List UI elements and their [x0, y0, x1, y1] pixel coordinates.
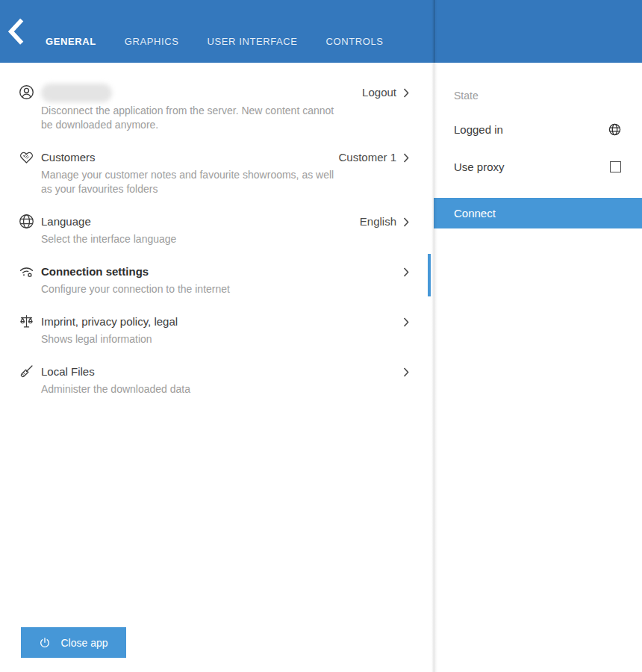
- wifi-settings-icon: [19, 264, 34, 279]
- broom-icon: [19, 364, 34, 379]
- row-subtitle: Administer the downloaded data: [41, 382, 340, 396]
- redacted-username: [41, 84, 112, 102]
- tab-user-interface[interactable]: USER INTERFACE: [193, 36, 311, 63]
- row-value: English: [360, 215, 396, 228]
- legal-scales-icon: [19, 314, 34, 329]
- chevron-right-icon: [403, 153, 409, 163]
- row-subtitle: Shows legal information: [41, 332, 340, 346]
- account-icon: [19, 84, 34, 100]
- settings-header: GENERAL GRAPHICS USER INTERFACE CONTROLS: [0, 0, 642, 63]
- chevron-left-icon: [7, 17, 25, 46]
- row-title: Local Files: [41, 363, 403, 381]
- settings-row-customers[interactable]: Customers Manage your customer notes and…: [19, 149, 409, 196]
- power-icon: [39, 637, 51, 649]
- use-proxy-checkbox[interactable]: [610, 161, 621, 172]
- row-subtitle: Configure your connection to the interne…: [41, 282, 340, 296]
- state-row-label: Logged in: [454, 123, 503, 136]
- panel-divider-header-line: [434, 0, 434, 63]
- connect-button[interactable]: Connect: [434, 198, 642, 228]
- row-title: Connection settings: [41, 263, 403, 281]
- tab-general[interactable]: GENERAL: [31, 36, 110, 63]
- connection-detail-panel: State Logged in Use proxy Connect: [434, 63, 642, 672]
- chevron-right-icon: [403, 267, 409, 277]
- back-button[interactable]: [7, 22, 25, 40]
- chevron-right-icon: [403, 217, 409, 227]
- state-row-use-proxy[interactable]: Use proxy: [454, 161, 621, 173]
- row-subtitle: Manage your customer notes and favourite…: [41, 168, 338, 196]
- chevron-right-icon: [403, 367, 409, 377]
- settings-body: Disconnect the application from the serv…: [0, 63, 642, 672]
- settings-row-language[interactable]: Language Select the interface language E…: [19, 213, 409, 246]
- connect-button-label: Connect: [454, 207, 496, 220]
- state-section-label: State: [454, 90, 621, 102]
- tab-bar: GENERAL GRAPHICS USER INTERFACE CONTROLS: [31, 36, 398, 63]
- customers-icon: [19, 149, 34, 165]
- chevron-right-icon: [403, 88, 409, 98]
- row-title: Language: [41, 213, 360, 231]
- settings-row-local-files[interactable]: Local Files Administer the downloaded da…: [19, 363, 409, 396]
- row-title: Imprint, privacy policy, legal: [41, 313, 403, 331]
- globe-icon: [19, 214, 34, 229]
- settings-row-connection-settings[interactable]: Connection settings Configure your conne…: [19, 263, 409, 296]
- settings-row-account[interactable]: Disconnect the application from the serv…: [19, 84, 409, 132]
- globe-icon: [608, 123, 621, 136]
- close-app-label: Close app: [60, 637, 107, 649]
- row-value: Customer 1: [338, 151, 396, 164]
- row-value: Logout: [362, 86, 396, 99]
- close-app-button[interactable]: Close app: [21, 627, 126, 658]
- settings-row-imprint-legal[interactable]: Imprint, privacy policy, legal Shows leg…: [19, 313, 409, 346]
- state-row-logged-in[interactable]: Logged in: [454, 123, 621, 136]
- settings-list-panel: Disconnect the application from the serv…: [0, 63, 434, 672]
- tab-graphics[interactable]: GRAPHICS: [110, 36, 193, 63]
- state-row-label: Use proxy: [454, 161, 505, 173]
- chevron-right-icon: [403, 317, 409, 327]
- tab-controls[interactable]: CONTROLS: [312, 36, 398, 63]
- row-title: Customers: [41, 149, 338, 167]
- row-subtitle: Select the interface language: [41, 232, 340, 246]
- row-subtitle: Disconnect the application from the serv…: [41, 104, 340, 132]
